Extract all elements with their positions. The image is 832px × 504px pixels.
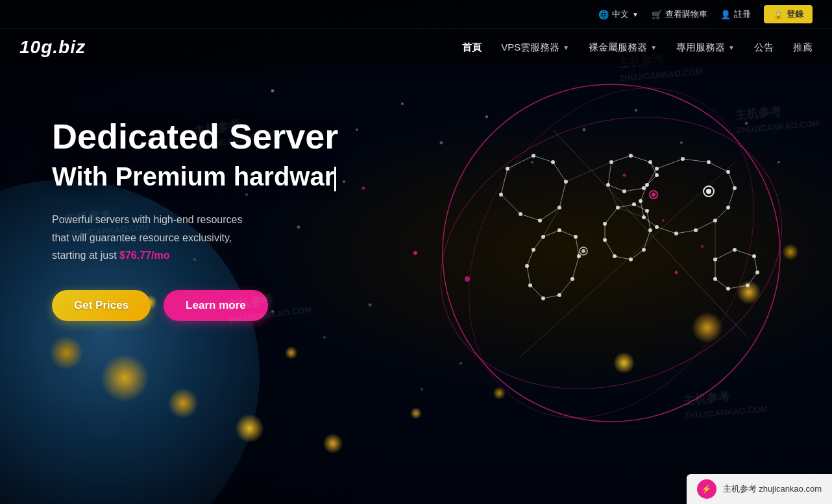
svg-point-67 xyxy=(613,254,617,258)
svg-point-87 xyxy=(726,287,730,291)
svg-point-88 xyxy=(713,277,717,281)
hero-buttons: Get Prices Learn more xyxy=(52,290,350,321)
svg-point-69 xyxy=(603,222,607,226)
badge-logo-icon: ⚡ xyxy=(697,479,716,499)
nav-links: 首頁 VPS雲服務器 ▼ 裸金屬服務器 ▼ 專用服務器 ▼ 公告 xyxy=(462,42,813,54)
get-prices-button[interactable]: Get Prices xyxy=(52,290,151,321)
badge-icon: ⚡ xyxy=(702,485,711,494)
hero-subheadline-text: With Premium hardwar xyxy=(52,162,334,191)
svg-point-62 xyxy=(632,202,636,206)
login-button[interactable]: 🔒 登錄 xyxy=(764,5,813,23)
svg-point-96 xyxy=(652,193,655,197)
svg-marker-81 xyxy=(715,250,757,289)
logo-text: 10g.biz xyxy=(19,37,86,57)
svg-point-80 xyxy=(532,248,535,252)
language-chevron: ▼ xyxy=(632,11,639,18)
svg-point-103 xyxy=(662,219,665,222)
nav-dedicated-link[interactable]: 裸金屬服務器 ▼ xyxy=(589,42,657,54)
nav-recommend-link[interactable]: 推薦 xyxy=(793,42,813,54)
svg-point-68 xyxy=(603,238,607,242)
svg-point-30 xyxy=(506,167,509,171)
svg-line-28 xyxy=(520,162,735,357)
svg-point-44 xyxy=(622,189,626,193)
learn-more-button[interactable]: Learn more xyxy=(164,290,268,321)
cart-icon: 🛒 xyxy=(652,10,662,19)
register-link[interactable]: 👤 註冊 xyxy=(720,8,751,20)
badge-text: 主机参考 zhujicankao.com xyxy=(723,483,822,495)
nav-home-link[interactable]: 首頁 xyxy=(462,42,482,54)
cart-link[interactable]: 🛒 查看購物車 xyxy=(652,8,707,20)
svg-point-75 xyxy=(570,277,574,281)
svg-point-79 xyxy=(525,264,529,268)
navbar: 10g.biz 首頁 VPS雲服務器 ▼ 裸金屬服務器 ▼ 專用服務器 ▼ xyxy=(0,29,832,66)
nav-vps-link[interactable]: VPS雲服務器 ▼ xyxy=(501,42,569,54)
cart-label: 查看購物車 xyxy=(665,8,707,20)
hero-desc-3: starting at just xyxy=(52,250,119,261)
svg-point-64 xyxy=(648,228,652,232)
nav-announce-label: 公告 xyxy=(754,42,774,54)
hero-price: $76.77/mo xyxy=(119,250,169,261)
world-map-svg xyxy=(423,65,800,441)
nav-special-link[interactable]: 專用服務器 ▼ xyxy=(676,42,735,54)
svg-point-78 xyxy=(528,283,532,287)
hero-description: Powerful servers with high-end resources… xyxy=(52,211,350,264)
svg-point-76 xyxy=(557,293,561,297)
language-label: 中文 xyxy=(612,8,629,20)
svg-point-63 xyxy=(645,209,649,213)
svg-point-42 xyxy=(655,173,659,177)
login-label: 登錄 xyxy=(787,8,803,20)
svg-point-49 xyxy=(707,160,711,164)
hero-desc-1: Powerful servers with high-end resources xyxy=(52,214,242,225)
user-icon: 👤 xyxy=(720,10,731,19)
svg-point-24 xyxy=(443,84,780,422)
hero-desc-2: that will guarantee resource exclusivity… xyxy=(52,232,232,243)
svg-point-55 xyxy=(674,232,678,235)
svg-point-58 xyxy=(639,199,642,203)
svg-point-48 xyxy=(681,157,685,161)
lock-icon: 🔒 xyxy=(773,10,783,19)
svg-point-85 xyxy=(755,270,759,274)
svg-point-98 xyxy=(706,189,711,194)
hero-section: Dedicated Server With Premium hardwar Po… xyxy=(0,66,389,360)
svg-point-104 xyxy=(623,174,626,177)
svg-point-66 xyxy=(629,258,633,261)
nav-vps[interactable]: VPS雲服務器 ▼ xyxy=(501,42,569,54)
svg-point-101 xyxy=(675,271,678,274)
cursor-blink xyxy=(334,167,336,191)
nav-announce[interactable]: 公告 xyxy=(754,42,774,54)
register-label: 註冊 xyxy=(734,8,751,20)
dedicated-chevron: ▼ xyxy=(650,44,657,51)
svg-line-92 xyxy=(543,208,559,237)
world-map-container xyxy=(423,65,800,441)
svg-point-50 xyxy=(726,170,730,174)
nav-announce-link[interactable]: 公告 xyxy=(754,42,774,54)
language-selector[interactable]: 🌐 中文 ▼ xyxy=(598,8,639,20)
svg-point-37 xyxy=(499,193,503,197)
svg-point-35 xyxy=(538,219,542,222)
svg-point-72 xyxy=(557,228,561,232)
nav-dedicated[interactable]: 裸金屬服務器 ▼ xyxy=(589,42,657,54)
svg-point-56 xyxy=(655,225,659,229)
svg-point-51 xyxy=(733,186,737,190)
nav-special[interactable]: 專用服務器 ▼ xyxy=(676,42,735,54)
svg-marker-29 xyxy=(501,156,566,221)
nav-recommend[interactable]: 推薦 xyxy=(793,42,813,54)
svg-point-77 xyxy=(541,296,545,300)
globe-icon: 🌐 xyxy=(598,10,609,19)
svg-point-25 xyxy=(423,71,800,435)
svg-point-86 xyxy=(746,283,750,287)
svg-point-59 xyxy=(645,183,649,187)
nav-home[interactable]: 首頁 xyxy=(462,42,482,54)
nav-special-label: 專用服務器 xyxy=(676,42,725,54)
hero-headline: Dedicated Server xyxy=(52,117,350,156)
nav-recommend-label: 推薦 xyxy=(793,42,813,54)
svg-point-100 xyxy=(581,249,585,253)
svg-point-40 xyxy=(629,154,633,158)
bottom-badge: ⚡ 主机参考 zhujicankao.com xyxy=(687,474,832,504)
svg-line-90 xyxy=(650,162,657,169)
svg-point-52 xyxy=(726,206,730,210)
svg-point-83 xyxy=(733,248,737,252)
site-logo[interactable]: 10g.biz xyxy=(19,37,86,58)
nav-vps-label: VPS雲服務器 xyxy=(501,42,559,54)
svg-point-31 xyxy=(532,154,535,158)
